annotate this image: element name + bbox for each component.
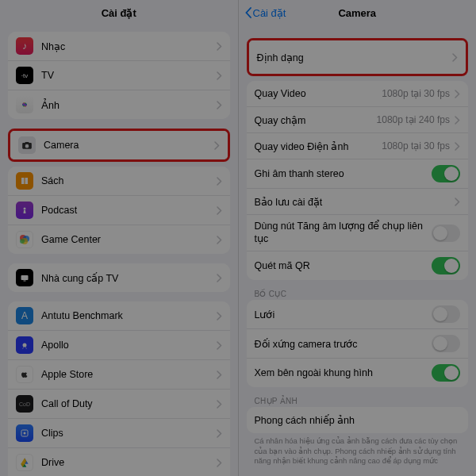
- chevron-right-icon: [455, 90, 460, 98]
- toggle-volume-burst[interactable]: [432, 225, 460, 242]
- row-cinematic[interactable]: Quay video Điện ảnh 1080p tại 30 fps: [247, 133, 469, 159]
- row-cod[interactable]: CoD Call of Duty: [8, 390, 230, 419]
- chevron-right-icon: [217, 42, 222, 51]
- row-qr[interactable]: Quét mã QR: [247, 251, 469, 280]
- tv-icon: ∙tv: [16, 67, 33, 84]
- svg-point-11: [20, 239, 25, 244]
- photos-icon: [16, 96, 33, 113]
- row-photos[interactable]: Ảnh: [8, 90, 230, 119]
- media-apps-group: ♪ Nhạc ∙tv TV Ảnh: [8, 32, 230, 119]
- chevron-right-icon: [217, 236, 222, 244]
- capture-footer: Cá nhân hóa hiệu ứng của ảnh bằng cách đ…: [255, 436, 461, 466]
- row-slomo[interactable]: Quay chậm 1080p tại 240 fps: [247, 107, 469, 133]
- chevron-right-icon: [217, 274, 222, 282]
- podcast-icon: [16, 202, 33, 219]
- row-tv[interactable]: ∙tv TV: [8, 61, 230, 90]
- chevron-right-icon: [217, 429, 222, 438]
- applestore-icon: [16, 366, 33, 383]
- chevron-right-icon: [214, 141, 220, 150]
- layout-section-header: BỐ CỤC: [255, 290, 461, 298]
- chevron-left-icon: [245, 7, 251, 18]
- row-format[interactable]: Định dạng: [249, 40, 466, 74]
- chevron-right-icon: [217, 370, 222, 379]
- chevron-right-icon: [455, 198, 460, 206]
- right-header: Cài đặt Camera: [239, 0, 477, 25]
- apollo-icon: [16, 336, 33, 354]
- svg-point-16: [24, 432, 26, 435]
- row-view-outside-frame[interactable]: Xem bên ngoài khung hình: [247, 359, 469, 387]
- chevron-right-icon: [452, 53, 458, 62]
- chevron-right-icon: [217, 177, 222, 186]
- row-applestore[interactable]: Apple Store: [8, 360, 230, 390]
- music-icon: ♪: [16, 37, 33, 55]
- chevron-right-icon: [217, 341, 222, 350]
- chevron-right-icon: [455, 142, 460, 151]
- left-title: Cài đặt: [102, 7, 136, 19]
- svg-rect-12: [21, 275, 29, 280]
- capture-group: Phong cách nhiếp ảnh: [247, 407, 469, 433]
- tvprovider-icon: [16, 269, 33, 286]
- settings-detail-pane: Cài đặt Camera Định dạng Quay Video 1080…: [239, 0, 477, 476]
- layout-group: Lưới Đối xứng camera trước Xem bên ngoài…: [247, 300, 469, 387]
- toggle-stereo[interactable]: [432, 165, 460, 182]
- settings-master-pane: Cài đặt ♪ Nhạc ∙tv TV Ảnh: [0, 0, 239, 476]
- antutu-icon: A: [16, 307, 33, 324]
- row-tvprovider[interactable]: Nhà cung cấp TV: [8, 263, 230, 292]
- row-antutu[interactable]: A Antutu Benchmark: [8, 301, 230, 331]
- svg-rect-13: [24, 281, 26, 282]
- capture-section-header: CHỤP ẢNH: [255, 397, 461, 405]
- drive-icon: [16, 454, 33, 471]
- chevron-right-icon: [217, 71, 222, 80]
- row-volume-burst[interactable]: Dùng nút Tăng âm lượng để chụp liên tục: [247, 215, 469, 251]
- books-icon: [16, 172, 33, 190]
- toggle-grid[interactable]: [432, 305, 460, 323]
- row-camera-highlight: Camera: [8, 129, 230, 162]
- clips-icon: [16, 424, 33, 442]
- row-clips[interactable]: Clips: [8, 419, 230, 448]
- row-record-video[interactable]: Quay Video 1080p tại 30 fps: [247, 81, 469, 107]
- camera-main-group: Quay Video 1080p tại 30 fps Quay chậm 10…: [247, 81, 469, 280]
- gamecenter-icon: [16, 231, 33, 248]
- row-music[interactable]: ♪ Nhạc: [8, 32, 230, 61]
- row-format-highlight: Định dạng: [247, 38, 469, 76]
- row-photographic-styles[interactable]: Phong cách nhiếp ảnh: [247, 407, 469, 433]
- row-grid[interactable]: Lưới: [247, 300, 469, 329]
- third-party-group: A Antutu Benchmark Apollo Apple Store Co…: [8, 301, 230, 476]
- toggle-mirror-front[interactable]: [432, 335, 460, 352]
- svg-point-7: [24, 208, 26, 210]
- toggle-qr[interactable]: [432, 257, 460, 274]
- left-header: Cài đặt: [0, 0, 238, 25]
- right-title: Camera: [338, 7, 376, 19]
- row-apollo[interactable]: Apollo: [8, 331, 230, 360]
- cod-icon: CoD: [16, 395, 33, 413]
- chevron-right-icon: [217, 101, 222, 109]
- row-camera[interactable]: Camera: [10, 131, 228, 159]
- row-gamecenter[interactable]: Game Center: [8, 225, 230, 254]
- toggle-view-outside-frame[interactable]: [432, 364, 460, 382]
- row-mirror-front[interactable]: Đối xứng camera trước: [247, 329, 469, 359]
- chevron-right-icon: [455, 116, 460, 125]
- chevron-right-icon: [217, 312, 222, 321]
- chevron-right-icon: [217, 400, 222, 409]
- camera-icon: [18, 136, 36, 154]
- row-podcast[interactable]: Podcast: [8, 196, 230, 225]
- row-drive[interactable]: Drive: [8, 448, 230, 476]
- chevron-right-icon: [217, 206, 222, 215]
- media-apps-group-2: Sách Podcast Game Center: [8, 167, 230, 254]
- chevron-right-icon: [217, 459, 222, 467]
- row-preserve[interactable]: Bảo lưu cài đặt: [247, 189, 469, 215]
- tv-provider-group: Nhà cung cấp TV: [8, 263, 230, 292]
- back-button[interactable]: Cài đặt: [245, 7, 286, 19]
- row-books[interactable]: Sách: [8, 167, 230, 196]
- row-stereo[interactable]: Ghi âm thanh stereo: [247, 159, 469, 189]
